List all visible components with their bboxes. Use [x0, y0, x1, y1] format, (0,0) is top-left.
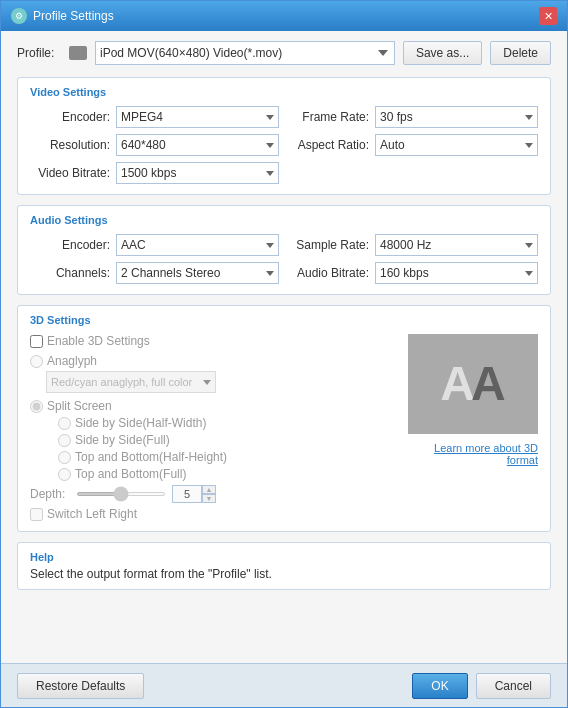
- 3d-settings-title: 3D Settings: [30, 314, 538, 326]
- audio-settings-section: Audio Settings Encoder: AAC Sample Rate:…: [17, 205, 551, 295]
- video-settings-grid: Encoder: MPEG4 Frame Rate: 30 fps Resolu…: [30, 106, 538, 184]
- close-button[interactable]: ✕: [539, 7, 557, 25]
- audio-encoder-select[interactable]: AAC: [116, 234, 279, 256]
- sbs-half-row: Side by Side(Half-Width): [58, 416, 396, 430]
- enable-3d-row: Enable 3D Settings: [30, 334, 396, 348]
- video-bitrate-select[interactable]: 1500 kbps: [116, 162, 279, 184]
- split-screen-radio[interactable]: [30, 400, 43, 413]
- depth-label: Depth:: [30, 487, 70, 501]
- frame-rate-row: Frame Rate: 30 fps: [289, 106, 538, 128]
- depth-up-button[interactable]: ▲: [202, 485, 216, 494]
- audio-bitrate-label: Audio Bitrate:: [289, 266, 369, 280]
- audio-bitrate-row: Audio Bitrate: 160 kbps: [289, 262, 538, 284]
- encoder-row: Encoder: MPEG4: [30, 106, 279, 128]
- help-text: Select the output format from the "Profi…: [30, 567, 538, 581]
- profile-label: Profile:: [17, 46, 61, 60]
- 3d-settings-left: Enable 3D Settings Anaglyph Red/cyan ana…: [30, 334, 396, 521]
- encoder-label: Encoder:: [30, 110, 110, 124]
- video-settings-title: Video Settings: [30, 86, 538, 98]
- preview-aa-left: A: [440, 360, 471, 408]
- save-as-button[interactable]: Save as...: [403, 41, 482, 65]
- 3d-preview-box: A A: [408, 334, 538, 434]
- split-screen-label: Split Screen: [47, 399, 112, 413]
- audio-encoder-row: Encoder: AAC: [30, 234, 279, 256]
- delete-button[interactable]: Delete: [490, 41, 551, 65]
- sbs-full-row: Side by Side(Full): [58, 433, 396, 447]
- audio-encoder-label: Encoder:: [30, 238, 110, 252]
- enable-3d-label: Enable 3D Settings: [47, 334, 150, 348]
- anaglyph-radio[interactable]: [30, 355, 43, 368]
- switch-lr-checkbox[interactable]: [30, 508, 43, 521]
- anaglyph-radio-row: Anaglyph: [30, 354, 396, 368]
- learn-more-link[interactable]: Learn more about 3D format: [408, 442, 538, 466]
- profile-select[interactable]: iPod MOV(640×480) Video(*.mov): [95, 41, 395, 65]
- depth-slider[interactable]: [76, 492, 166, 496]
- sbs-full-radio[interactable]: [58, 434, 71, 447]
- switch-row: Switch Left Right: [30, 507, 396, 521]
- help-section: Help Select the output format from the "…: [17, 542, 551, 590]
- profile-settings-window: ⚙ Profile Settings ✕ Profile: iPod MOV(6…: [0, 0, 568, 708]
- channels-row: Channels: 2 Channels Stereo: [30, 262, 279, 284]
- aspect-ratio-placeholder: [289, 162, 538, 184]
- help-title: Help: [30, 551, 538, 563]
- anaglyph-select[interactable]: Red/cyan anaglyph, full color: [46, 371, 216, 393]
- 3d-preview-area: A A Learn more about 3D format: [408, 334, 538, 521]
- aspect-ratio-row: Aspect Ratio: Auto: [289, 134, 538, 156]
- audio-settings-title: Audio Settings: [30, 214, 538, 226]
- aspect-ratio-select[interactable]: Auto: [375, 134, 538, 156]
- 3d-settings-inner: Enable 3D Settings Anaglyph Red/cyan ana…: [30, 334, 538, 521]
- window-title: Profile Settings: [33, 9, 114, 23]
- profile-device-icon: [69, 46, 87, 60]
- encoder-select[interactable]: MPEG4: [116, 106, 279, 128]
- video-bitrate-label: Video Bitrate:: [30, 166, 110, 180]
- split-screen-radio-row: Split Screen: [30, 399, 396, 413]
- video-settings-section: Video Settings Encoder: MPEG4 Frame Rate…: [17, 77, 551, 195]
- cancel-button[interactable]: Cancel: [476, 673, 551, 699]
- anaglyph-options: Red/cyan anaglyph, full color: [30, 371, 396, 393]
- tb-half-row: Top and Bottom(Half-Height): [58, 450, 396, 464]
- window-icon: ⚙: [11, 8, 27, 24]
- sbs-half-radio[interactable]: [58, 417, 71, 430]
- ok-button[interactable]: OK: [412, 673, 467, 699]
- footer-right: OK Cancel: [412, 673, 551, 699]
- resolution-select[interactable]: 640*480: [116, 134, 279, 156]
- sbs-half-label: Side by Side(Half-Width): [75, 416, 206, 430]
- sample-rate-row: Sample Rate: 48000 Hz: [289, 234, 538, 256]
- sample-rate-label: Sample Rate:: [289, 238, 369, 252]
- sbs-full-label: Side by Side(Full): [75, 433, 170, 447]
- preview-aa: A A: [440, 360, 505, 408]
- tb-half-label: Top and Bottom(Half-Height): [75, 450, 227, 464]
- depth-input[interactable]: [172, 485, 202, 503]
- channels-select[interactable]: 2 Channels Stereo: [116, 262, 279, 284]
- switch-lr-label: Switch Left Right: [47, 507, 137, 521]
- frame-rate-select[interactable]: 30 fps: [375, 106, 538, 128]
- tb-full-row: Top and Bottom(Full): [58, 467, 396, 481]
- resolution-row: Resolution: 640*480: [30, 134, 279, 156]
- restore-defaults-button[interactable]: Restore Defaults: [17, 673, 144, 699]
- channels-label: Channels:: [30, 266, 110, 280]
- depth-down-button[interactable]: ▼: [202, 494, 216, 503]
- title-bar-left: ⚙ Profile Settings: [11, 8, 114, 24]
- audio-bitrate-select[interactable]: 160 kbps: [375, 262, 538, 284]
- depth-spinner: ▲ ▼: [172, 485, 216, 503]
- anaglyph-label: Anaglyph: [47, 354, 97, 368]
- resolution-label: Resolution:: [30, 138, 110, 152]
- 3d-settings-section: 3D Settings Enable 3D Settings Anaglyph: [17, 305, 551, 532]
- preview-aa-right: A: [471, 360, 506, 408]
- video-bitrate-row: Video Bitrate: 1500 kbps: [30, 162, 279, 184]
- depth-spinner-buttons: ▲ ▼: [202, 485, 216, 503]
- aspect-ratio-label: Aspect Ratio:: [289, 138, 369, 152]
- audio-settings-grid: Encoder: AAC Sample Rate: 48000 Hz Chann…: [30, 234, 538, 284]
- enable-3d-checkbox[interactable]: [30, 335, 43, 348]
- footer: Restore Defaults OK Cancel: [1, 663, 567, 707]
- profile-row: Profile: iPod MOV(640×480) Video(*.mov) …: [17, 41, 551, 65]
- tb-full-radio[interactable]: [58, 468, 71, 481]
- depth-row: Depth: ▲ ▼: [30, 485, 396, 503]
- sample-rate-select[interactable]: 48000 Hz: [375, 234, 538, 256]
- tb-full-label: Top and Bottom(Full): [75, 467, 186, 481]
- split-screen-options: Side by Side(Half-Width) Side by Side(Fu…: [30, 416, 396, 481]
- frame-rate-label: Frame Rate:: [289, 110, 369, 124]
- title-bar: ⚙ Profile Settings ✕: [1, 1, 567, 31]
- main-content: Profile: iPod MOV(640×480) Video(*.mov) …: [1, 31, 567, 663]
- tb-half-radio[interactable]: [58, 451, 71, 464]
